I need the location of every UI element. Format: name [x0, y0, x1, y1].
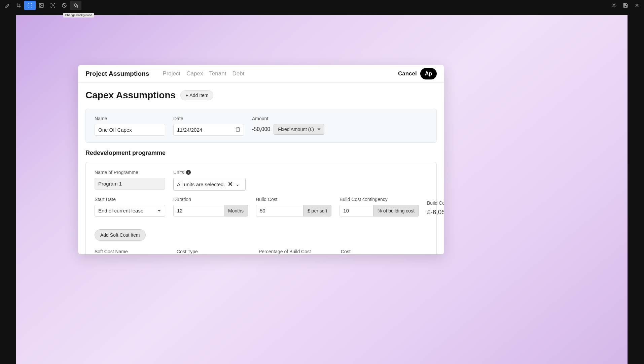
tab-project[interactable]: Project: [163, 70, 180, 77]
calendar-icon: [236, 127, 240, 133]
start-date-select[interactable]: End of current lease: [95, 205, 165, 217]
duration-input-group: Months: [173, 205, 248, 217]
capex-item-card: Name Date 11/24/2024 Amount: [85, 109, 437, 143]
date-input[interactable]: 11/24/2024: [173, 124, 244, 136]
info-icon: i: [186, 170, 191, 175]
total-label: Build Cost: [427, 200, 444, 206]
save-icon[interactable]: [620, 1, 631, 10]
section-title: Capex Assumptions: [85, 90, 176, 101]
date-value: 11/24/2024: [177, 127, 202, 133]
date-group: Date 11/24/2024: [173, 116, 244, 136]
duration-suffix: Months: [224, 205, 248, 217]
svg-point-5: [77, 6, 78, 7]
tab-tenant[interactable]: Tenant: [209, 70, 226, 77]
programme-row-1: Name of Programme Units i All units are …: [95, 170, 428, 191]
svg-point-1: [40, 4, 41, 5]
total-build-cost-group: Build Cost £-6,057,865.00: [427, 200, 444, 217]
close-icon[interactable]: [631, 1, 643, 10]
units-value: All units are selected.: [177, 181, 225, 187]
contingency-input[interactable]: [339, 205, 373, 217]
amount-type-select[interactable]: Fixed Amount (£): [274, 124, 324, 135]
units-label: Units: [173, 170, 184, 175]
date-label: Date: [173, 116, 244, 121]
svg-line-4: [63, 4, 66, 7]
plus-icon: +: [185, 93, 188, 98]
cancel-button[interactable]: Cancel: [398, 70, 417, 77]
name-group: Name: [95, 116, 165, 136]
contingency-input-group: % of building cost: [339, 205, 419, 217]
duration-label: Duration: [173, 197, 248, 202]
chevron-down-icon: ⌄: [236, 181, 240, 187]
units-group: Units i All units are selected. ✕ ⌄: [173, 170, 246, 191]
programme-row-2: Start Date End of current lease Duration…: [95, 197, 428, 217]
section-title-row: Capex Assumptions + Add Item: [85, 90, 437, 101]
start-date-group: Start Date End of current lease: [95, 197, 165, 217]
capex-form-row: Name Date 11/24/2024 Amount: [95, 116, 428, 136]
editor-toolbar: [0, 0, 644, 10]
name-input[interactable]: [95, 124, 165, 136]
clear-icon[interactable]: ✕: [228, 180, 233, 188]
duration-group: Duration Months: [173, 197, 248, 217]
start-date-label: Start Date: [95, 197, 165, 202]
crop-tool-icon[interactable]: [13, 1, 24, 10]
canvas-area: Project Assumptions Project Capex Tenant…: [16, 15, 628, 364]
amount-label: Amount: [252, 116, 324, 121]
magic-tool-icon[interactable]: [24, 1, 36, 10]
pen-tool-icon[interactable]: [1, 1, 13, 10]
svg-point-2: [52, 5, 53, 6]
total-value: £-6,057,865.00: [427, 208, 444, 216]
programme-card: Name of Programme Units i All units are …: [85, 162, 437, 254]
tooltip: Change background: [63, 13, 94, 18]
toolbar-right-group: [608, 1, 643, 10]
svg-point-6: [613, 4, 615, 6]
duration-input[interactable]: [173, 205, 224, 217]
contingency-group: Build Cost contingency % of building cos…: [339, 197, 419, 217]
modal-header: Project Assumptions Project Capex Tenant…: [78, 65, 444, 82]
tabs-group: Project Capex Tenant Debt: [163, 70, 398, 77]
add-soft-cost-button[interactable]: Add Soft Cost Item: [95, 229, 146, 241]
background-tool-icon[interactable]: [70, 1, 81, 10]
soft-cost-name-header: Soft Cost Name: [95, 249, 169, 254]
modal-title: Project Assumptions: [85, 70, 149, 77]
soft-cost-percentage-header: Percentage of Build Cost: [259, 249, 333, 254]
header-actions: Cancel Ap: [398, 68, 437, 79]
build-cost-input[interactable]: [256, 205, 303, 217]
image-tool-icon[interactable]: [36, 1, 47, 10]
amount-value: -50,000: [252, 126, 270, 132]
add-item-label: Add Item: [189, 93, 208, 98]
programme-name-input[interactable]: [95, 178, 165, 190]
tab-debt[interactable]: Debt: [232, 70, 244, 77]
modal-body: Capex Assumptions + Add Item Name Date 1…: [78, 82, 444, 254]
svg-rect-9: [236, 128, 240, 131]
soft-cost-headers: Soft Cost Name Cost Type Percentage of B…: [95, 249, 428, 254]
soft-cost-type-header: Cost Type: [177, 249, 251, 254]
add-item-button[interactable]: + Add Item: [180, 90, 213, 100]
toolbar-left-group: [1, 1, 81, 10]
contingency-label: Build Cost contingency: [339, 197, 419, 202]
build-cost-group: Build Cost £ per sqft: [256, 197, 331, 217]
name-label: Name: [95, 116, 165, 121]
build-cost-input-group: £ per sqft: [256, 205, 331, 217]
tab-capex[interactable]: Capex: [186, 70, 203, 77]
build-cost-suffix: £ per sqft: [303, 205, 331, 217]
units-label-row: Units i: [173, 170, 246, 175]
focus-tool-icon[interactable]: [47, 1, 59, 10]
contingency-suffix: % of building cost: [373, 205, 419, 217]
build-cost-label: Build Cost: [256, 197, 331, 202]
redevelopment-title: Redevelopment programme: [85, 150, 437, 157]
units-select[interactable]: All units are selected. ✕ ⌄: [173, 178, 246, 191]
no-tool-icon[interactable]: [59, 1, 70, 10]
project-assumptions-modal: Project Assumptions Project Capex Tenant…: [78, 65, 444, 254]
amount-row: -50,000 Fixed Amount (£): [252, 124, 324, 135]
programme-name-label: Name of Programme: [95, 170, 165, 175]
programme-name-group: Name of Programme: [95, 170, 165, 191]
apply-button[interactable]: Ap: [420, 68, 437, 79]
amount-group: Amount -50,000 Fixed Amount (£): [252, 116, 324, 136]
soft-cost-cost-header: Cost: [341, 249, 391, 254]
theme-toggle-icon[interactable]: [608, 1, 620, 10]
